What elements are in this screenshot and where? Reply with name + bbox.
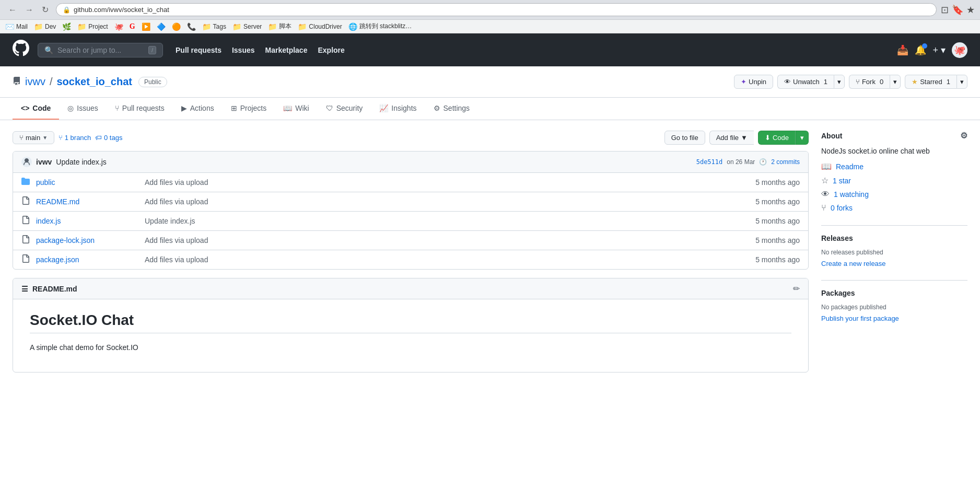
commit-hash-link[interactable]: 5de511d — [696, 158, 723, 166]
bookmark-orange[interactable]: 🟠 — [172, 22, 181, 31]
tab-insights[interactable]: 📈 Insights — [371, 98, 425, 120]
publish-package-link[interactable]: Publish your first package — [821, 315, 899, 322]
notifications-button[interactable]: 🔔 — [915, 44, 926, 56]
file-name-link[interactable]: package-lock.json — [36, 236, 141, 245]
star-dropdown-button[interactable]: ▾ — [956, 75, 967, 89]
nav-explore[interactable]: Explore — [318, 46, 344, 54]
tab-projects[interactable]: ⊞ Projects — [223, 98, 275, 120]
github-logo[interactable] — [13, 40, 29, 60]
branch-selector[interactable]: ⑂ main ▼ — [13, 131, 54, 144]
bookmark-tags[interactable]: 📁 Tags — [202, 22, 226, 31]
no-packages-text: No packages published — [821, 304, 967, 311]
nav-marketplace[interactable]: Marketplace — [265, 46, 308, 54]
tab-wiki[interactable]: 📖 Wiki — [275, 98, 317, 120]
branch-icon: ⑂ — [19, 134, 24, 142]
forward-button[interactable]: → — [22, 4, 37, 16]
go-to-file-button[interactable]: Go to file — [664, 131, 705, 145]
create-release-link[interactable]: Create a new release — [821, 260, 886, 267]
repo-name-link[interactable]: socket_io_chat — [56, 76, 132, 88]
bookmark-label: Tags — [213, 23, 226, 30]
fork-dropdown-button[interactable]: ▾ — [890, 75, 901, 89]
back-button[interactable]: ← — [5, 4, 20, 16]
bookmark-project[interactable]: 📁 Project — [77, 22, 108, 31]
star-stat-link[interactable]: 1 star — [833, 177, 851, 185]
readme-heading: Socket.IO Chat — [30, 312, 791, 333]
file-age: 5 months ago — [737, 255, 800, 264]
tab-code[interactable]: <> Code — [13, 98, 59, 120]
file-table: ivwv Update index.js 5de511d on 26 Mar 🕐… — [13, 151, 809, 270]
tag-count-link[interactable]: 🏷 0 tags — [95, 134, 122, 142]
tab-security[interactable]: 🛡 Security — [318, 98, 371, 120]
file-commit-msg: Add files via upload — [145, 255, 733, 264]
extension-icon-1[interactable]: ⊡ — [941, 4, 949, 16]
file-name-link[interactable]: README.md — [36, 197, 141, 206]
edit-readme-button[interactable]: ✏ — [793, 284, 800, 294]
file-name-link[interactable]: public — [36, 178, 141, 187]
youtube-icon: ▶️ — [142, 22, 150, 31]
repo-icon — [13, 77, 21, 87]
bookmark-clouddriver[interactable]: 📁 CloudDriver — [298, 22, 342, 31]
bookmark-drive[interactable]: 🌿 — [62, 22, 71, 31]
unpin-button[interactable]: ✦ Unpin — [734, 75, 773, 89]
fork-button[interactable]: ⑂ Fork 0 — [849, 75, 890, 89]
mail-icon: ✉️ — [5, 22, 14, 31]
bookmark-scripts[interactable]: 📁 脚本 — [268, 22, 291, 31]
code-button[interactable]: ⬇ Code — [758, 131, 796, 145]
bookmark-dev[interactable]: 📁 Dev — [34, 22, 56, 31]
watch-dropdown-button[interactable]: ▾ — [834, 75, 845, 89]
gear-icon[interactable]: ⚙ — [960, 131, 967, 141]
file-name-link[interactable]: package.json — [36, 255, 141, 264]
star-icon: ★ — [912, 78, 918, 86]
readme-link[interactable]: Readme — [836, 162, 864, 171]
bookmark-youtube[interactable]: ▶️ — [142, 22, 150, 31]
branch-count-link[interactable]: ⑂ 1 branch — [59, 134, 91, 142]
fork-stat-icon: ⑂ — [821, 203, 826, 213]
star-button[interactable]: ★ Starred 1 — [905, 75, 956, 89]
unwatch-button[interactable]: 👁 Unwatch 1 — [777, 75, 834, 89]
tab-pull-requests[interactable]: ⑂ Pull requests — [107, 98, 173, 120]
bookmark-phone[interactable]: 📞 — [187, 22, 196, 31]
url-text: github.com/ivwv/socket_io_chat — [74, 6, 169, 14]
browser-navigation[interactable]: ← → ↻ — [5, 4, 52, 16]
forks-stat-link[interactable]: 0 forks — [831, 204, 853, 212]
table-row: package.json Add files via upload 5 mont… — [13, 250, 808, 269]
search-input[interactable]: 🔍 Search or jump to... / — [38, 43, 163, 57]
star-group: ★ Starred 1 ▾ — [905, 75, 967, 89]
branch-bar-left: ⑂ main ▼ ⑂ 1 branch 🏷 0 tags — [13, 131, 122, 144]
branch-fork-icon: ⑂ — [59, 134, 63, 142]
file-name-link[interactable]: index.js — [36, 217, 141, 225]
actions-icon: ▶ — [181, 104, 187, 112]
about-section: About ⚙ NodeJs socket.io online chat web… — [821, 131, 967, 213]
add-file-button[interactable]: Add file ▼ — [709, 131, 754, 145]
commits-count-link[interactable]: 2 commits — [771, 158, 800, 166]
list-icon: ☰ — [21, 285, 28, 293]
bookmark-label: 脚本 — [279, 22, 291, 31]
nav-issues[interactable]: Issues — [232, 46, 255, 54]
bookmark-label: Project — [88, 23, 108, 30]
bookmark-g[interactable]: G — [130, 22, 135, 31]
eye-stat-icon: 👁 — [821, 190, 830, 199]
bookmark-stackblitz[interactable]: 🌐 跳转到 stackblitz… — [348, 22, 412, 31]
bookmark-github[interactable]: 🐙 — [114, 22, 123, 31]
inbox-button[interactable]: 📥 — [897, 44, 908, 56]
nav-pull-requests[interactable]: Pull requests — [176, 46, 221, 54]
bookmark-blue[interactable]: 🔷 — [157, 22, 166, 31]
security-icon: 🛡 — [326, 104, 333, 112]
avatar[interactable]: 🐙 — [952, 42, 967, 58]
tab-issues[interactable]: ◎ Issues — [59, 98, 106, 120]
commit-author[interactable]: ivwv — [36, 158, 52, 166]
wiki-icon: 📖 — [283, 104, 292, 112]
tab-settings[interactable]: ⚙ Settings — [425, 98, 479, 120]
code-dropdown-button[interactable]: ▾ — [796, 131, 809, 145]
watching-stat-link[interactable]: 1 watching — [834, 190, 869, 199]
reload-button[interactable]: ↻ — [39, 4, 52, 16]
bookmark-server[interactable]: 📁 Server — [232, 22, 262, 31]
tab-actions[interactable]: ▶ Actions — [173, 98, 223, 120]
create-button[interactable]: + ▾ — [932, 44, 946, 56]
extension-icon-2[interactable]: 🔖 — [952, 4, 963, 16]
code-download-icon: ⬇ — [765, 134, 771, 142]
address-bar[interactable]: 🔒 github.com/ivwv/socket_io_chat — [56, 3, 937, 16]
extension-icon-3[interactable]: ★ — [966, 4, 975, 16]
repo-owner-link[interactable]: ivwv — [25, 76, 45, 88]
bookmark-mail[interactable]: ✉️ Mail — [5, 22, 28, 31]
